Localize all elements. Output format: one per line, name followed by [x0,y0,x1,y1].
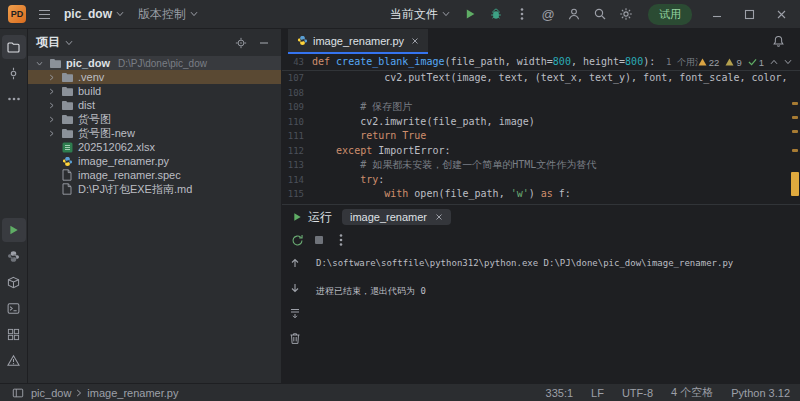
tree-item[interactable]: 202512062.xlsx [28,140,281,154]
more-actions-icon[interactable] [510,2,534,26]
debug-button[interactable] [484,2,508,26]
chevron-right-icon[interactable] [46,130,56,137]
code-line[interactable]: 111return True [282,129,788,144]
tree-item[interactable]: dist [28,98,281,112]
stop-icon[interactable] [309,230,329,250]
run-title[interactable]: 运行 [292,209,332,226]
line-number[interactable]: 110 [282,115,312,130]
chevron-down-icon[interactable] [65,40,73,46]
vcs-widget[interactable]: 版本控制 [132,2,204,26]
code-line[interactable]: 115with open(file_path, 'w') as f: [282,187,788,202]
settings-icon[interactable] [614,2,638,26]
line-number[interactable]: 113 [282,158,312,173]
more-options-icon[interactable] [331,230,351,250]
line-number[interactable]: 109 [282,100,312,115]
next-occurrence-icon[interactable] [286,279,304,297]
line-number[interactable]: 112 [282,144,312,159]
tree-item[interactable]: D:\PJ\打包EXE指南.md [28,182,281,196]
search-everywhere-icon[interactable] [588,2,612,26]
code-text[interactable]: def create_blank_image(file_path, width=… [312,54,698,70]
tree-item[interactable]: image_renamer.py [28,154,281,168]
line-ending[interactable]: LF [591,387,604,399]
line-number[interactable]: 116 [282,202,312,205]
chevron-down-icon[interactable] [34,60,44,67]
project-switcher[interactable]: pic_dow [58,2,130,26]
code-text[interactable]: try: [312,173,788,188]
code-line[interactable]: 112except ImportError: [282,144,788,159]
run-config-selector[interactable]: 当前文件 [384,2,456,26]
close-icon[interactable] [766,0,796,28]
code-lines[interactable]: 107cv2.putText(image, text, (text_x, tex… [282,71,800,204]
code-text[interactable]: with open(file_path, 'w') as f: [312,187,788,202]
run-tab[interactable]: image_renamer [342,209,451,225]
line-number[interactable]: 114 [282,173,312,188]
notifications-bell-icon[interactable] [766,30,790,54]
code-text[interactable]: # 保存图片 [312,100,788,115]
line-number[interactable]: 115 [282,187,312,202]
tree-root[interactable]: pic_dow D:\PJ\done\pic_dow [28,56,281,70]
line-number[interactable]: 111 [282,129,312,144]
code-text[interactable]: cv2.imwrite(file_path, image) [312,115,788,130]
editor-tab[interactable]: image_renamer.py [288,29,428,54]
line-number[interactable]: 43 [282,54,312,70]
minimize-icon[interactable] [702,0,732,28]
maximize-icon[interactable] [734,0,764,28]
sticky-line[interactable]: 43def create_blank_image(file_path, widt… [282,54,698,70]
code-line[interactable]: 107cv2.putText(image, text, (text_x, tex… [282,71,788,86]
at-icon[interactable]: @ [536,2,560,26]
tree-item[interactable]: image_renamer.spec [28,168,281,182]
breadcrumb-project[interactable]: pic_dow [31,387,71,399]
hide-panel-icon[interactable] [255,34,273,52]
trial-badge[interactable]: 试用 [648,4,692,25]
caret-position[interactable]: 335:1 [546,387,574,399]
code-text[interactable]: except ImportError: [312,144,788,159]
indent-style[interactable]: 4 个空格 [671,385,713,400]
python-interpreter[interactable]: Python 3.12 [731,387,790,399]
more-tools-icon[interactable] [2,87,26,111]
tree-item[interactable]: 货号图 [28,112,281,126]
project-tool-icon[interactable] [2,35,26,59]
line-number[interactable]: 108 [282,86,312,101]
prev-occurrence-icon[interactable] [286,254,304,272]
chevron-right-icon[interactable] [46,74,56,81]
file-encoding[interactable]: UTF-8 [622,387,653,399]
code-line[interactable]: 116f.write(f"<html><body style='backgrou… [282,202,788,205]
clear-console-icon[interactable] [286,329,304,347]
warning-count[interactable]: 22 [698,57,720,68]
main-menu-icon[interactable] [32,2,56,26]
code-line[interactable]: 113# 如果都未安装，创建一个简单的HTML文件作为替代 [282,158,788,173]
tree-item[interactable]: build [28,84,281,98]
python-console-icon[interactable] [2,244,26,268]
prev-problem-icon[interactable] [770,59,778,65]
editor-scrollbar[interactable] [790,54,800,204]
code-line[interactable]: 114try: [282,173,788,188]
passed-count[interactable]: 1 [748,57,764,68]
chevron-right-icon[interactable] [46,116,56,123]
inspections-widget[interactable]: 22 9 1 [698,54,800,70]
rerun-icon[interactable] [287,230,307,250]
code-line[interactable]: 110cv2.imwrite(file_path, image) [282,115,788,130]
close-tab-icon[interactable] [435,213,443,221]
services-icon[interactable] [2,322,26,346]
console-output[interactable]: D:\software\softfile\python312\python.ex… [308,251,800,383]
code-text[interactable]: cv2.putText(image, text, (text_x, text_y… [312,71,788,86]
project-badge[interactable]: PD [8,5,26,23]
terminal-icon[interactable] [2,296,26,320]
code-text[interactable]: # 如果都未安装，创建一个简单的HTML文件作为替代 [312,158,788,173]
code-text[interactable]: return True [312,129,788,144]
locate-file-icon[interactable] [232,34,250,52]
breadcrumb-file[interactable]: image_renamer.py [87,387,178,399]
tree-item[interactable]: .venv [28,70,281,84]
run-tool-icon[interactable] [2,218,26,242]
code-line[interactable]: 109# 保存图片 [282,100,788,115]
close-tab-icon[interactable] [411,37,419,45]
chevron-right-icon[interactable] [46,88,56,95]
tool-window-layout-icon[interactable] [10,385,26,401]
line-number[interactable]: 107 [282,71,312,86]
code-with-me-icon[interactable] [562,2,586,26]
code-line[interactable]: 108 [282,86,788,101]
problems-icon[interactable] [2,348,26,372]
python-packages-icon[interactable] [2,270,26,294]
scroll-to-end-icon[interactable] [286,304,304,322]
weak-warning-count[interactable]: 9 [725,57,741,68]
